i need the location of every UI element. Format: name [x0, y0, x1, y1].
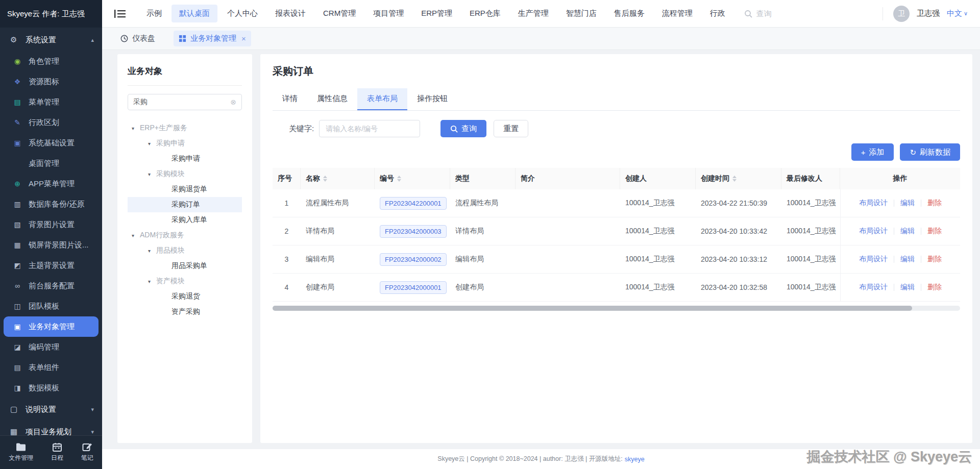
sort-icon[interactable] [732, 176, 737, 182]
edit-link[interactable]: 编辑 [894, 255, 921, 264]
calendar-shortcut[interactable]: 日程 [51, 442, 63, 462]
global-search-input[interactable] [756, 9, 823, 18]
tree-node[interactable]: 采购申请 [128, 151, 242, 166]
avatar[interactable]: 卫 [893, 6, 910, 22]
sort-icon[interactable] [397, 176, 401, 182]
sidebar-item-theme-background[interactable]: ◩主题背景设置 [0, 255, 102, 276]
tree-search-input[interactable] [133, 98, 230, 106]
sidebar-item-resource-icons[interactable]: ❖资源图标 [0, 71, 102, 92]
cell-last-modifier: 100014_卫志强 [781, 227, 840, 236]
tree-caret-icon[interactable]: ▾ [148, 141, 156, 146]
sidebar-item-business-object-management[interactable]: ▣业务对象管理 [4, 316, 99, 337]
nav-item-smart-store[interactable]: 智慧门店 [558, 5, 604, 22]
sidebar-item-background-image-settings[interactable]: ▧背景图片设置 [0, 214, 102, 235]
tree-node[interactable]: ▾用品模块 [128, 243, 242, 258]
edit-link[interactable]: 编辑 [894, 227, 921, 236]
sidebar-item-db-backup-restore[interactable]: ▥数据库备份/还原 [0, 194, 102, 214]
filter-row: 关键字: 查询 重置 [273, 120, 960, 137]
sidebar-section-project-business-planning[interactable]: ▦ 项目业务规划 ▾ [0, 421, 102, 435]
sidebar-item-app-menu-management[interactable]: ⊕APP菜单管理 [0, 174, 102, 194]
file-management-shortcut[interactable]: 文件管理 [9, 442, 33, 462]
tree-node[interactable]: 用品采购单 [128, 258, 242, 274]
nav-item-default-desktop[interactable]: 默认桌面 [172, 5, 217, 22]
sidebar-item-team-template[interactable]: ◫团队模板 [0, 296, 102, 316]
notes-shortcut[interactable]: 笔记 [81, 442, 93, 462]
tree-caret-icon[interactable]: ▾ [132, 233, 140, 238]
sidebar-item-form-components[interactable]: ▤表单组件 [0, 357, 102, 378]
sidebar-item-role-management[interactable]: ◉角色管理 [0, 51, 102, 71]
tree-caret-icon[interactable]: ▾ [148, 279, 156, 284]
sidebar-item-menu-management[interactable]: ▤菜单管理 [0, 92, 102, 112]
tab-attribute-info[interactable]: 属性信息 [307, 88, 357, 110]
nav-item-after-sales[interactable]: 售后服务 [606, 5, 652, 22]
tree-node[interactable]: 采购退货单 [128, 182, 242, 197]
layout-design-link[interactable]: 布局设计 [853, 227, 894, 236]
layout-design-link[interactable]: 布局设计 [853, 199, 894, 208]
keyword-input[interactable] [319, 120, 420, 137]
clear-icon[interactable]: ⊗ [230, 98, 236, 106]
nav-item-personal-center[interactable]: 个人中心 [219, 5, 265, 22]
layout-design-link[interactable]: 布局设计 [853, 255, 894, 264]
layout-design-link[interactable]: 布局设计 [853, 283, 894, 292]
sidebar-item-admin-regions[interactable]: ✎行政区划 [0, 112, 102, 133]
delete-link[interactable]: 删除 [921, 199, 948, 208]
tab-business-object-management[interactable]: 业务对象管理 × [174, 31, 251, 46]
tab-details[interactable]: 详情 [273, 88, 307, 110]
nav-item-administration[interactable]: 行政 [702, 5, 733, 22]
tree-caret-icon[interactable]: ▾ [148, 171, 156, 177]
nav-item-examples[interactable]: 示例 [139, 5, 169, 22]
collapse-menu-icon[interactable] [114, 9, 126, 18]
tree-node[interactable]: ▾采购申请 [128, 136, 242, 151]
sidebar-item-system-base-settings[interactable]: ▣系统基础设置 [0, 133, 102, 153]
tab-action-buttons[interactable]: 操作按钮 [407, 88, 457, 110]
tree-node[interactable]: ▾采购模块 [128, 166, 242, 182]
nav-item-erp[interactable]: ERP管理 [413, 5, 460, 22]
user-name[interactable]: 卫志强 [917, 9, 940, 18]
tree-node-label: 采购退货 [172, 292, 200, 301]
tree-node[interactable]: ▾资产模块 [128, 274, 242, 289]
table-action-row: + 添加 ↻ 刷新数据 [273, 143, 960, 161]
nav-item-erp-warehouse[interactable]: ERP仓库 [462, 5, 508, 22]
nav-item-report-design[interactable]: 报表设计 [267, 5, 313, 22]
sidebar-item-data-template[interactable]: ◨数据模板 [0, 378, 102, 398]
tree-node[interactable]: 采购入库单 [128, 212, 242, 228]
tree-node[interactable]: ▾ADM行政服务 [128, 228, 242, 243]
delete-link[interactable]: 删除 [921, 283, 948, 292]
tree-caret-icon[interactable]: ▾ [148, 248, 156, 254]
sidebar-item-code-management[interactable]: ◪编码管理 [0, 337, 102, 357]
nav-item-process[interactable]: 流程管理 [654, 5, 700, 22]
sidebar-item-lockscreen-background[interactable]: ▦锁屏背景图片设... [0, 235, 102, 255]
sidebar-item-frontend-service-config[interactable]: ∞前台服务配置 [0, 276, 102, 296]
header-right: 卫 卫志强 中文 ∨ [883, 6, 968, 22]
delete-link[interactable]: 删除 [921, 255, 948, 264]
reset-button[interactable]: 重置 [494, 120, 528, 137]
sidebar-section-description-settings[interactable]: ▢ 说明设置 ▾ [0, 398, 102, 421]
refresh-data-button[interactable]: ↻ 刷新数据 [900, 143, 960, 161]
nav-item-production[interactable]: 生产管理 [510, 5, 556, 22]
nav-item-project[interactable]: 项目管理 [365, 5, 411, 22]
delete-link[interactable]: 删除 [921, 227, 948, 236]
close-icon[interactable]: × [241, 34, 246, 43]
code-tag: FP2023042000001 [380, 281, 447, 294]
tree-node[interactable]: 资产采购 [128, 304, 242, 319]
sort-icon[interactable] [323, 176, 327, 182]
tab-dashboard[interactable]: 仪表盘 [115, 31, 160, 46]
tab-form-layout[interactable]: 表单布局 [357, 88, 407, 110]
tree-node[interactable]: ▾ERP+生产服务 [128, 120, 242, 136]
search-button[interactable]: 查询 [440, 120, 486, 137]
horizontal-scrollbar[interactable] [273, 306, 960, 311]
add-button[interactable]: + 添加 [851, 143, 894, 161]
sidebar-section-label: 系统设置 [26, 35, 56, 45]
scrollbar-thumb[interactable] [273, 306, 912, 311]
edit-link[interactable]: 编辑 [894, 283, 921, 292]
opensource-link[interactable]: skyeye [625, 456, 645, 463]
tree-node-selected[interactable]: 采购订单 [128, 197, 242, 212]
sidebar-section-system-settings[interactable]: ⚙ 系统设置 ▴ [0, 29, 102, 51]
tree-node-label: 采购模块 [156, 169, 185, 179]
language-switcher[interactable]: 中文 ∨ [947, 9, 968, 18]
sidebar-item-desktop-management[interactable]: 桌面管理 [0, 153, 102, 174]
tree-node[interactable]: 采购退货 [128, 289, 242, 304]
edit-link[interactable]: 编辑 [894, 199, 921, 208]
tree-caret-icon[interactable]: ▾ [132, 126, 140, 131]
nav-item-crm[interactable]: CRM管理 [315, 5, 363, 22]
